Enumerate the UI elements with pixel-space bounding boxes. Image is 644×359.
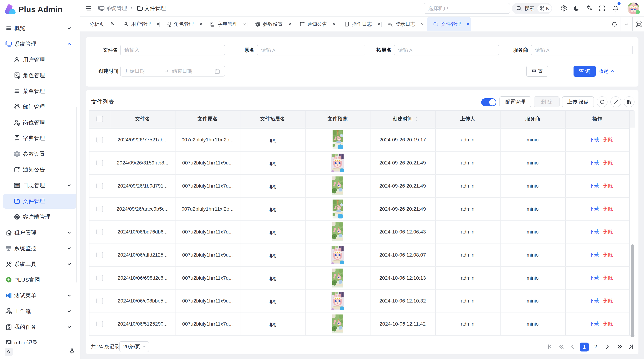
svg-text:DEV: DEV [16, 185, 19, 186]
